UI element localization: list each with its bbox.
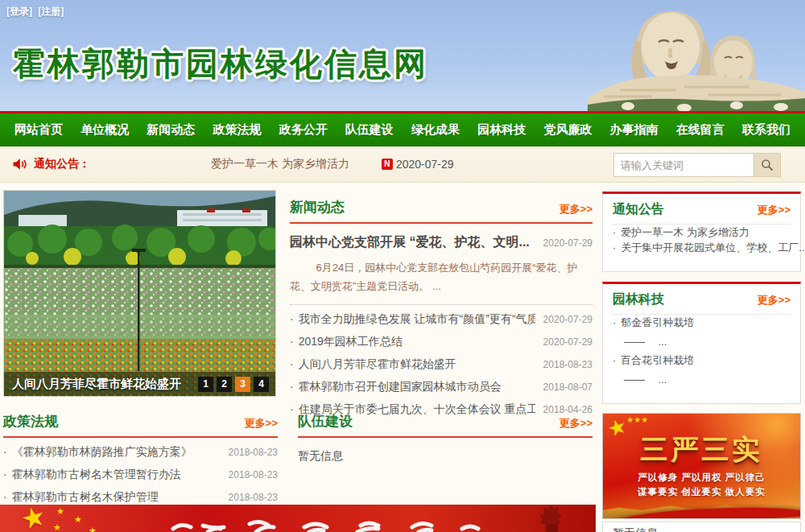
- policy-section-title: 政策法规: [3, 412, 58, 431]
- policy-section-header: 政策法规 更多>>: [3, 412, 278, 438]
- featured-article-summary: 6月24日，园林中心党支部在敖包山芍药园开展“爱花、护花、文明赏花”主题党日活动…: [290, 259, 592, 296]
- garden-tech-box: 园林科技 更多>> 郁金香引种栽培 —— ... 百合花引种栽培 —— ...: [602, 282, 801, 404]
- nav-item-tech[interactable]: 园林科技: [477, 122, 526, 138]
- team-empty-text: 暂无信息: [298, 449, 592, 464]
- nav-item-contact[interactable]: 联系我们: [742, 122, 791, 138]
- news-item-date: 2018-08-23: [543, 359, 592, 370]
- register-link[interactable]: [注册]: [38, 6, 64, 17]
- notice-box-title: 通知公告: [613, 201, 664, 218]
- main-nav: 网站首页 单位概况 新闻动态 政策法规 政务公开 队伍建设 绿化成果 园林科技 …: [0, 111, 805, 146]
- carousel-page-1[interactable]: 1: [198, 377, 213, 392]
- policy-item-date: 2018-08-23: [229, 447, 278, 458]
- nav-item-greening[interactable]: 绿化成果: [411, 122, 460, 138]
- news-item-date: 2020-07-29: [543, 314, 592, 325]
- notice-ticker-bar: 通知公告： 爱护一草一木 为家乡增活力 N 2020-07-29: [0, 146, 805, 183]
- policy-section: 政策法规 更多>> 《霍林郭勒市林荫路推广实施方案》 2018-08-23 霍林…: [3, 412, 278, 509]
- new-icon: N: [382, 159, 393, 170]
- policy-list-item: 《霍林郭勒市林荫路推广实施方案》 2018-08-23: [3, 441, 278, 464]
- news-list-item: 我市全力助推绿色发展 让城市有“颜值”更有“气质” 2020-07-29: [290, 308, 592, 331]
- notice-ticker-date: 2020-07-29: [396, 158, 454, 171]
- flower-field-photo: [4, 191, 276, 397]
- news-item-link[interactable]: 我市全力助推绿色发展 让城市有“颜值”更有“气质”: [290, 312, 535, 327]
- carousel-page-2[interactable]: 2: [217, 377, 232, 392]
- carousel-page-4[interactable]: 4: [254, 377, 269, 392]
- news-list-item: 霍林郭勒市召开创建国家园林城市动员会 2018-08-07: [290, 376, 592, 398]
- speaker-icon: [11, 156, 27, 172]
- news-section: 新闻动态 更多>> 园林中心党支部开展 “爱花、护花、文明... 2020-07…: [290, 198, 592, 421]
- news-section-header: 新闻动态 更多>>: [290, 198, 592, 224]
- policy-item-date: 2018-08-23: [229, 492, 278, 503]
- carousel-page-3-active[interactable]: 3: [235, 377, 250, 392]
- calligraphy-strokes: [0, 505, 596, 532]
- featured-article-title[interactable]: 园林中心党支部开展 “爱花、护花、文明...: [290, 234, 530, 251]
- policy-more-link[interactable]: 更多>>: [245, 416, 278, 431]
- news-item-link[interactable]: 2019年园林工作总结: [290, 335, 402, 349]
- nav-item-message[interactable]: 在线留言: [676, 122, 724, 138]
- garden-tech-item-sub: —— ...: [613, 368, 791, 390]
- news-list-item: 2019年园林工作总结 2020-07-29: [290, 331, 592, 353]
- news-more-link[interactable]: 更多>>: [559, 202, 592, 217]
- nav-item-guide[interactable]: 办事指南: [610, 122, 658, 138]
- featured-article-date: 2020-07-29: [543, 237, 592, 249]
- policy-item-link[interactable]: 《霍林郭勒市林荫路推广实施方案》: [3, 445, 192, 460]
- news-list-item: 人间八月芳菲尽霍市鲜花始盛开 2018-08-23: [290, 353, 592, 376]
- login-link[interactable]: [登录]: [6, 6, 32, 17]
- account-links: [登录] [注册]: [6, 5, 67, 19]
- team-more-link[interactable]: 更多>>: [559, 416, 592, 431]
- nav-item-policy[interactable]: 政策法规: [213, 122, 262, 138]
- dotted-divider: [290, 304, 592, 305]
- garden-tech-item[interactable]: 百合花引种栽培: [613, 348, 694, 368]
- garden-tech-title: 园林科技: [613, 291, 664, 308]
- genghis-khan-statue-image: [588, 0, 805, 111]
- nav-item-news[interactable]: 新闻动态: [147, 122, 195, 138]
- nav-item-team[interactable]: 队伍建设: [345, 122, 394, 138]
- notice-ticker-link[interactable]: 爱护一草一木 为家乡增活力: [211, 157, 349, 171]
- team-section-title: 队伍建设: [298, 412, 353, 431]
- search-input[interactable]: [613, 153, 754, 177]
- search-button[interactable]: [754, 153, 781, 177]
- carousel-pager: 1 2 3 4: [198, 377, 269, 392]
- notice-box: 通知公告 更多>> 爱护一草一木 为家乡增活力 关于集中开展花园式单位、学校、工…: [602, 192, 801, 272]
- search-box: [613, 153, 781, 177]
- news-list: 我市全力助推绿色发展 让城市有“颜值”更有“气质” 2020-07-29 201…: [290, 308, 592, 421]
- three-stricts-banner[interactable]: ★★★★ 三严三实 严以修身 严以用权 严以律己 谋事要实 创业要实 做人要实: [602, 413, 801, 519]
- statue-silhouette: [527, 505, 576, 532]
- site-header: [登录] [注册] 霍林郭勒市园林绿化信息网: [0, 0, 805, 111]
- news-item-link[interactable]: 人间八月芳菲尽霍市鲜花始盛开: [290, 357, 456, 372]
- notice-box-more-link[interactable]: 更多>>: [758, 203, 791, 217]
- search-icon: [761, 159, 774, 171]
- team-section-header: 队伍建设 更多>>: [298, 412, 592, 438]
- policy-item-link[interactable]: 霍林郭勒市古树名木保护管理: [3, 490, 159, 505]
- page-title: 霍林郭勒市园林绿化信息网: [13, 42, 428, 86]
- policy-list: 《霍林郭勒市林荫路推广实施方案》 2018-08-23 霍林郭勒市古树名木管理暂…: [3, 441, 278, 509]
- featured-article-row: 园林中心党支部开展 “爱花、护花、文明... 2020-07-29: [290, 234, 592, 251]
- carousel-caption-bar: 人间八月芳菲尽霍市鲜花始盛开 1 2 3 4: [4, 372, 275, 396]
- policy-item-date: 2018-08-23: [229, 469, 278, 480]
- news-section-title: 新闻动态: [290, 198, 345, 217]
- news-item-date: 2020-07-29: [543, 336, 592, 348]
- notice-label: 通知公告：: [34, 157, 90, 171]
- banner-slogan-line1: 严以修身 严以用权 严以律己: [603, 472, 800, 484]
- policy-list-item: 霍林郭勒市古树名木管理暂行办法 2018-08-23: [3, 464, 278, 486]
- nav-item-gov-affairs[interactable]: 政务公开: [279, 122, 328, 138]
- banner-title: 三严三实: [603, 431, 800, 468]
- photo-carousel[interactable]: 人间八月芳菲尽霍市鲜花始盛开 1 2 3 4: [3, 190, 276, 397]
- sidebar-empty-text: 暂无信息: [613, 526, 658, 532]
- page-root: [登录] [注册] 霍林郭勒市园林绿化信息网 网站首页 单位概况 新闻动态 政策…: [0, 0, 805, 532]
- nav-item-overview[interactable]: 单位概况: [80, 122, 129, 138]
- banner-slogan-line2: 谋事要实 创业要实 做人要实: [603, 486, 800, 498]
- notice-box-item[interactable]: 关于集中开展花园式单位、学校、工厂...: [613, 235, 805, 255]
- news-item-link[interactable]: 霍林郭勒市召开创建国家园林城市动员会: [290, 380, 502, 394]
- garden-tech-item[interactable]: 郁金香引种栽培: [613, 310, 694, 330]
- sidebar-empty-box: 暂无信息: [602, 522, 801, 532]
- garden-tech-more-link[interactable]: 更多>>: [758, 293, 791, 307]
- carousel-caption[interactable]: 人间八月芳菲尽霍市鲜花始盛开: [12, 377, 198, 392]
- footer-propaganda-banner: ★ ★ ★ ★ ★: [0, 505, 596, 532]
- policy-item-link[interactable]: 霍林郭勒市古树名木管理暂行办法: [3, 468, 181, 482]
- nav-item-party[interactable]: 党风廉政: [543, 122, 592, 138]
- news-item-date: 2018-08-07: [543, 381, 592, 393]
- nav-item-home[interactable]: 网站首页: [14, 122, 63, 138]
- team-section: 队伍建设 更多>> 暂无信息: [298, 412, 592, 464]
